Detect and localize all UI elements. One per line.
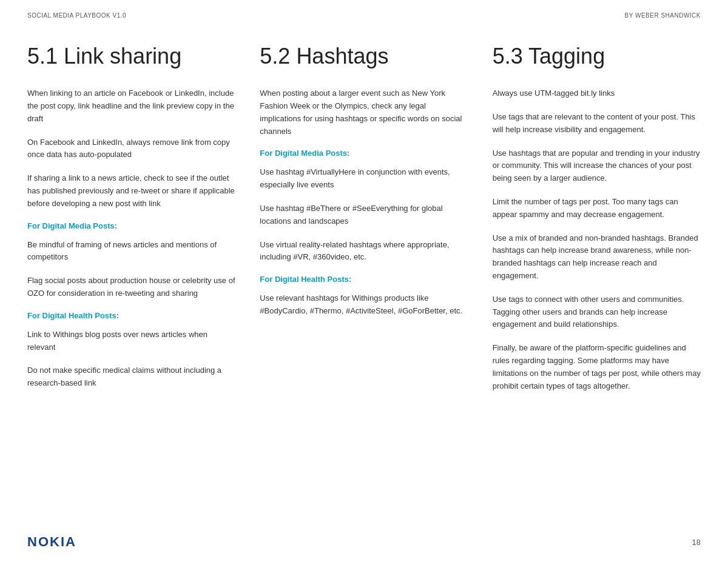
paragraph-tagging-1: Use tags that are relevant to the conten… — [493, 111, 701, 136]
paragraph-hashtags-4: Use virtual reality-related hashtags whe… — [260, 239, 468, 264]
paragraph-tagging-6: Finally, be aware of the platform-specif… — [493, 342, 701, 392]
paragraph-link-sharing-2: If sharing a link to a news article, che… — [27, 172, 235, 210]
column-link-sharing: 5.1 Link sharingWhen linking to an artic… — [27, 43, 260, 403]
nokia-logo: NOKIA — [27, 534, 76, 550]
paragraph-link-sharing-4: Be mindful of framing of news articles a… — [27, 239, 235, 264]
header-left: SOCIAL MEDIA PLAYBOOK V1.0 — [27, 12, 126, 19]
section-body-link-sharing: When linking to an article on Facebook o… — [27, 87, 235, 390]
paragraph-tagging-5: Use tags to connect with other users and… — [493, 293, 701, 331]
subheading-hashtags-1: For Digital Media Posts: — [260, 149, 468, 158]
paragraph-link-sharing-0: When linking to an article on Facebook o… — [27, 87, 235, 125]
section-title-link-sharing: 5.1 Link sharing — [27, 43, 235, 69]
subheading-link-sharing-6: For Digital Health Posts: — [27, 311, 235, 320]
section-title-tagging: 5.3 Tagging — [493, 43, 701, 69]
page-footer: NOKIA 18 — [0, 534, 728, 550]
paragraph-tagging-2: Use hashtags that are popular and trendi… — [493, 147, 701, 185]
paragraph-link-sharing-1: On Facebook and LinkedIn, always remove … — [27, 136, 235, 162]
paragraph-link-sharing-5: Flag social posts about production house… — [27, 275, 235, 300]
paragraph-tagging-4: Use a mix of branded and non-branded has… — [493, 232, 701, 283]
column-hashtags: 5.2 HashtagsWhen posting about a larger … — [260, 43, 492, 403]
header-right: BY WEBER SHANDWICK — [625, 12, 701, 19]
subheading-hashtags-5: For Digital Health Posts: — [260, 275, 468, 284]
section-body-tagging: Always use UTM-tagged bit.ly linksUse ta… — [493, 87, 701, 392]
section-title-hashtags: 5.2 Hashtags — [260, 43, 468, 69]
paragraph-hashtags-3: Use hashtag #BeThere or #SeeEverything f… — [260, 202, 468, 228]
page-header: SOCIAL MEDIA PLAYBOOK V1.0 BY WEBER SHAN… — [0, 0, 728, 19]
paragraph-hashtags-0: When posting about a larger event such a… — [260, 87, 468, 138]
subheading-link-sharing-3: For Digital Media Posts: — [27, 221, 235, 230]
page-number: 18 — [692, 538, 701, 547]
paragraph-tagging-3: Limit the number of tags per post. Too m… — [493, 196, 701, 221]
content-area: 5.1 Link sharingWhen linking to an artic… — [0, 19, 728, 440]
paragraph-tagging-0: Always use UTM-tagged bit.ly links — [493, 87, 701, 100]
section-body-hashtags: When posting about a larger event such a… — [260, 87, 468, 318]
paragraph-link-sharing-8: Do not make specific medical claims with… — [27, 364, 235, 390]
paragraph-hashtags-2: Use hashtag #VirtuallyHere in conjunctio… — [260, 166, 468, 192]
paragraph-hashtags-6: Use relevant hashtags for Withings produ… — [260, 292, 468, 318]
column-tagging: 5.3 TaggingAlways use UTM-tagged bit.ly … — [493, 43, 701, 403]
paragraph-link-sharing-7: Link to Withings blog posts over news ar… — [27, 329, 235, 354]
